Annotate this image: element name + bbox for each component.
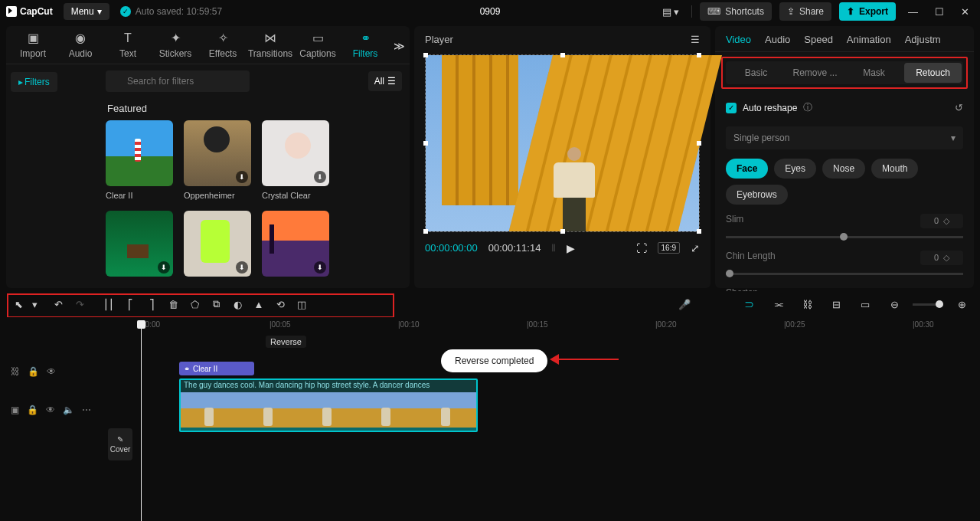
download-icon[interactable]: ⬇ [236,261,248,274]
preview-tool[interactable]: ▭ [854,294,876,314]
mic-button[interactable]: 🎤 [674,294,695,314]
person-mode-select[interactable]: Single person▾ [726,126,963,149]
player-menu-icon[interactable]: ☰ [691,34,700,45]
download-icon[interactable]: ⬇ [236,171,248,183]
shield-tool[interactable]: ⬠ [184,294,205,314]
slider-slim[interactable] [726,236,963,238]
link-tool[interactable]: ⫘ [767,294,789,314]
rotate-tool[interactable]: ⟲ [270,294,291,314]
search-input[interactable] [106,70,250,92]
aspect-ratio[interactable]: 16:9 [658,242,680,254]
slider-chin-value[interactable]: 0◇ [920,251,963,265]
zoom-out[interactable]: ⊖ [884,294,905,314]
crop-tool[interactable]: ◫ [291,294,312,314]
filter-clip[interactable]: ⚭ Clear II [179,362,254,375]
play-button[interactable]: ▶ [567,242,575,254]
shortcuts-button[interactable]: ⌨ Shortcuts [700,2,772,21]
share-button[interactable]: ⇪ Share [779,2,831,21]
filters-category[interactable]: ▸ Filters [11,72,57,92]
split-tool[interactable]: ⎮⎮ [98,294,119,314]
minimize-button[interactable]: — [903,3,923,21]
export-button[interactable]: ⬆ Export [839,2,896,21]
undo-button[interactable]: ↶ [47,294,69,314]
insp-tab-audio[interactable]: Audio [765,34,790,45]
link-icon[interactable]: ⛓ [11,366,20,377]
close-button[interactable]: ✕ [956,3,974,21]
tab-effects[interactable]: ✧Effects [199,31,247,64]
reverse-tool[interactable]: ◐ [227,294,248,314]
video-clip[interactable]: The guy dances cool. Man dancing hip hop… [179,378,478,432]
reset-icon[interactable]: ↺ [955,102,963,113]
insp-tab-speed[interactable]: Speed [804,34,833,45]
filter-item[interactable]: ⬇ [262,211,329,281]
more-icon[interactable]: ⋯ [82,405,91,415]
trim-left-tool[interactable]: ⎡ [119,294,141,314]
redo-button[interactable]: ↷ [69,294,90,314]
pill-face[interactable]: Face [726,159,768,179]
zoom-slider[interactable] [913,303,943,306]
sub-tab-retouch[interactable]: Retouch [904,63,962,83]
more-tabs-icon[interactable]: ≫ [394,40,405,52]
slider-slim-label: Slim [726,214,743,224]
lock-icon[interactable]: 🔒 [28,366,39,377]
pointer-tool[interactable]: ⬉ [8,294,29,314]
eye-icon[interactable]: 👁 [47,366,56,377]
info-icon[interactable]: ⓘ [803,101,812,114]
mute-icon[interactable]: 🔈 [63,405,74,415]
cover-button[interactable]: ✎ Cover [108,428,132,460]
pill-eyebrows[interactable]: Eyebrows [726,185,788,205]
filter-item-oppenheimer[interactable]: ⬇Oppenheimer [184,120,251,200]
slider-chin[interactable] [726,273,963,275]
insp-tab-adjust[interactable]: Adjustm [905,34,941,45]
tab-stickers[interactable]: ✦Stickers [152,31,199,64]
download-icon[interactable]: ⬇ [314,261,326,274]
playhead[interactable] [141,322,142,521]
mirror-tool[interactable]: ▲ [248,294,270,314]
align-tool[interactable]: ⊟ [825,294,847,314]
sub-tab-mask[interactable]: Mask [845,63,903,83]
magnet-tool[interactable]: ⸧ [738,294,760,314]
pill-mouth[interactable]: Mouth [871,159,918,179]
tab-text[interactable]: TText [104,31,152,64]
tab-import[interactable]: ▣Import [9,31,57,64]
logo-icon [6,6,17,17]
timeline-ruler[interactable]: 00:00 |00:05 |00:10 |00:15 |00:20 |00:25… [0,317,980,334]
auto-reshape-checkbox[interactable]: ✓ [726,103,737,113]
chain-tool[interactable]: ⛓ [796,294,818,314]
filter-item[interactable]: ⬇ [184,211,251,281]
delete-tool[interactable]: 🗑 [162,294,184,314]
player-viewport[interactable] [425,54,700,232]
insp-tab-animation[interactable]: Animation [847,34,891,45]
tab-audio[interactable]: ◉Audio [57,31,104,64]
tab-filters[interactable]: ⚭Filters [341,31,389,64]
sub-tab-basic[interactable]: Basic [727,63,785,83]
menu-button[interactable]: Menu ▾ [64,3,109,20]
filter-item-clear-ii[interactable]: Clear II [106,120,173,200]
tab-captions[interactable]: ▭Captions [294,31,341,64]
fullscreen-icon[interactable]: ⤢ [691,242,700,254]
eye-icon[interactable]: 👁 [46,405,55,415]
all-filter-button[interactable]: All ☰ [368,71,402,91]
download-icon[interactable]: ⬇ [314,171,326,183]
video-track-header: ▣ 🔒 👁 🔈 ⋯ [0,382,101,438]
filter-item[interactable]: ⬇ [106,211,173,281]
scan-icon[interactable]: ⛶ [636,242,647,254]
zoom-in[interactable]: ⊕ [951,294,972,314]
tab-transitions[interactable]: ⋈Transitions [247,31,294,64]
slider-slim-value[interactable]: 0◇ [920,214,963,228]
maximize-button[interactable]: ☐ [930,3,949,21]
insp-tab-video[interactable]: Video [726,34,751,45]
pill-nose[interactable]: Nose [822,159,865,179]
download-icon[interactable]: ⬇ [158,261,170,274]
filter-item-crystal-clear[interactable]: ⬇Crystal Clear [262,120,329,200]
pointer-dropdown[interactable]: ▾ [29,294,40,314]
trim-right-tool[interactable]: ⎤ [141,294,162,314]
step-back-icon[interactable]: ⦀ [551,241,556,254]
sub-tab-remove[interactable]: Remove ... [786,63,844,83]
video-track-icon[interactable]: ▣ [11,405,19,415]
copy-tool[interactable]: ⧉ [205,294,227,314]
sub-tabs-highlight: Basic Remove ... Mask Retouch [721,57,968,89]
pill-eyes[interactable]: Eyes [774,159,816,179]
lock-icon[interactable]: 🔒 [27,405,38,415]
layout-button[interactable]: ▤ ▾ [658,3,684,21]
